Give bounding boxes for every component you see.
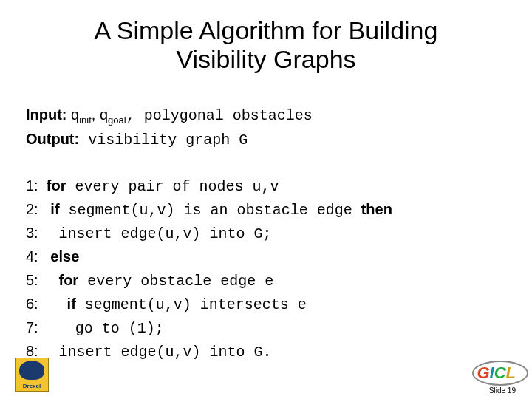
- title-line-2: Visibility Graphs: [176, 45, 355, 73]
- gicl-ring-icon: [472, 361, 528, 386]
- code-line-6: 6: if segment(u,v) intersects e: [26, 293, 392, 316]
- drexel-text: Drexel: [16, 383, 48, 389]
- footer: Drexel GICL Slide 19: [0, 355, 532, 399]
- code-line-1: 1: for every pair of nodes u,v: [26, 174, 392, 198]
- input-line: Input: qinit, qgoal, polygonal obstacles: [26, 103, 392, 128]
- code-line-5: 5: for every obstacle edge e: [26, 269, 392, 293]
- code-line-3: 3: insert edge(u,v) into G;: [26, 222, 392, 245]
- output-line: Output: visibility graph G: [26, 128, 392, 151]
- output-label: Output:: [26, 131, 79, 147]
- gicl-logo: GICL: [477, 364, 516, 383]
- drexel-crest-icon: [19, 361, 44, 380]
- code-line-4: 4: else: [26, 245, 392, 269]
- input-label: Input:: [26, 106, 67, 123]
- drexel-logo: Drexel: [15, 358, 49, 392]
- code-line-7: 7: go to (1);: [26, 316, 392, 340]
- blank-line: [26, 151, 392, 174]
- slide-title: A Simple Algorithm for Building Visibili…: [0, 0, 532, 74]
- title-line-1: A Simple Algorithm for Building: [95, 16, 438, 44]
- title-clip-overlay: [26, 87, 506, 105]
- algorithm-body: Input: qinit, qgoal, polygonal obstacles…: [26, 103, 392, 364]
- slide-number: Slide 19: [489, 386, 516, 395]
- slide: A Simple Algorithm for Building Visibili…: [0, 0, 532, 399]
- code-line-2: 2: if segment(u,v) is an obstacle edge t…: [26, 198, 392, 222]
